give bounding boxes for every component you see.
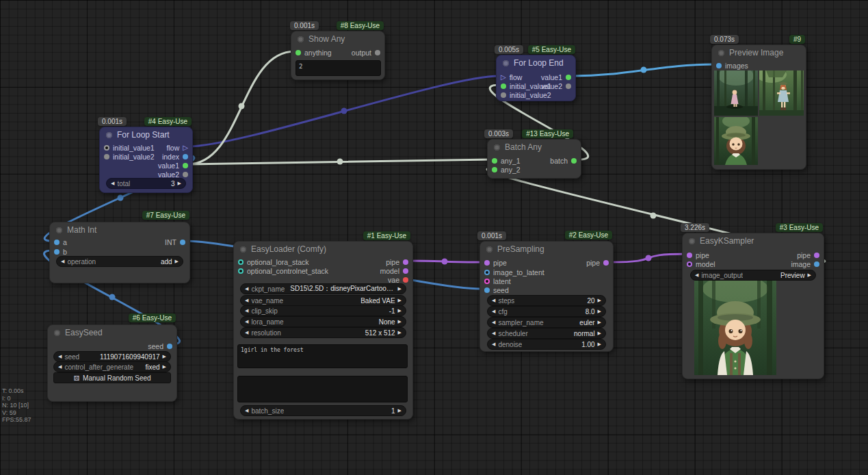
node-easy-loader[interactable]: EasyLoader (Comfy) optional_lora_stack o… — [233, 241, 413, 420]
node-preview-image[interactable]: Preview Image images — [711, 44, 806, 170]
decrement-arrow-icon[interactable]: ◀ — [695, 272, 698, 278]
decrement-arrow-icon[interactable]: ◀ — [492, 298, 495, 303]
widget-seed[interactable]: ◀ seed 1119071609940917 ▶ — [53, 351, 171, 362]
node-header[interactable]: Batch Any — [488, 140, 581, 155]
widget-resolution[interactable]: ◀ resolution 512 x 512 ▶ — [240, 327, 406, 338]
widget-lora-name[interactable]: ◀ lora_name None ▶ — [240, 316, 406, 327]
node-math-int[interactable]: Math Int a b INT ◀ operation add ▶ — [49, 222, 190, 283]
widget-cfg[interactable]: ◀ cfg 8.0 ▶ — [487, 306, 606, 317]
decrement-arrow-icon[interactable]: ◀ — [245, 298, 248, 303]
port-value1-dot[interactable] — [566, 75, 571, 80]
port-value2-dot[interactable] — [183, 172, 188, 177]
increment-arrow-icon[interactable]: ▶ — [598, 309, 601, 314]
collapse-dot-icon[interactable] — [503, 60, 509, 66]
widget-clip-skip[interactable]: ◀ clip_skip -1 ▶ — [240, 305, 406, 316]
increment-arrow-icon[interactable]: ▶ — [398, 330, 402, 335]
port-initial-value2-dot[interactable] — [501, 92, 506, 98]
decrement-arrow-icon[interactable]: ◀ — [492, 342, 495, 347]
collapse-dot-icon[interactable] — [56, 227, 62, 233]
port-batch-dot[interactable] — [571, 158, 577, 164]
port-flow-arrow-icon[interactable]: ▷ — [501, 74, 506, 81]
node-header[interactable]: EasyKSampler — [683, 233, 824, 248]
port-value2-dot[interactable] — [566, 84, 571, 89]
node-easy-seed[interactable]: EasySeed seed ◀ seed 1119071609940917 ▶ … — [47, 324, 177, 402]
collapse-dot-icon[interactable] — [486, 246, 492, 253]
increment-arrow-icon[interactable]: ▶ — [163, 364, 166, 370]
node-batch-any[interactable]: Batch Any any_1 any_2 batch — [487, 139, 581, 179]
decrement-arrow-icon[interactable]: ◀ — [492, 309, 495, 314]
node-header[interactable]: EasySeed — [48, 325, 176, 340]
node-header[interactable]: Preview Image — [712, 45, 806, 60]
increment-arrow-icon[interactable]: ▶ — [598, 331, 601, 336]
decrement-arrow-icon[interactable]: ◀ — [492, 320, 495, 325]
node-show-any[interactable]: Show Any anything output 2 — [291, 31, 385, 80]
collapse-dot-icon[interactable] — [494, 144, 500, 151]
port-index-dot[interactable] — [183, 154, 188, 159]
widget-sampler-name[interactable]: ◀ sampler_name euler ▶ — [487, 317, 606, 328]
collapse-dot-icon[interactable] — [54, 330, 60, 336]
widget-control-after-generate[interactable]: ◀ control_after_generate fixed ▶ — [53, 361, 171, 372]
port-optional-lora-stack-dot[interactable] — [238, 259, 244, 265]
port-any1-dot[interactable] — [492, 158, 497, 164]
increment-arrow-icon[interactable]: ▶ — [398, 319, 402, 324]
port-pipe-dot[interactable] — [403, 259, 408, 265]
port-model-dot[interactable] — [687, 261, 692, 267]
port-initial-value2-dot[interactable] — [104, 154, 109, 159]
widget-scheduler[interactable]: ◀ scheduler normal ▶ — [487, 328, 606, 339]
node-for-loop-start[interactable]: For Loop Start initial_value1 initial_va… — [99, 127, 193, 193]
port-int-dot[interactable] — [180, 240, 185, 245]
port-images-dot[interactable] — [716, 63, 722, 68]
port-anything-dot[interactable] — [295, 50, 301, 55]
port-initial-value1-dot[interactable] — [501, 84, 506, 89]
port-seed-dot[interactable] — [167, 344, 172, 349]
collapse-dot-icon[interactable] — [240, 246, 246, 253]
positive-prompt-textarea[interactable]: 1girl in the forest — [237, 344, 408, 368]
decrement-arrow-icon[interactable]: ◀ — [61, 259, 64, 264]
collapse-dot-icon[interactable] — [718, 50, 724, 56]
increment-arrow-icon[interactable]: ▶ — [808, 272, 811, 278]
widget-ckpt-name[interactable]: ◀ ckpt_name SD15\2.5D：disneyPixarCartoon… — [240, 283, 406, 294]
widget-total[interactable]: ◀ total 3 ▶ — [106, 178, 186, 189]
manual-random-seed-button[interactable]: ⚄ Manual Random Seed — [53, 372, 171, 383]
port-pipe-out-dot[interactable] — [603, 260, 609, 266]
increment-arrow-icon[interactable]: ▶ — [175, 259, 179, 264]
node-graph-canvas[interactable]: 0.001s #8 Easy-Use Show Any anything out… — [0, 0, 868, 475]
port-any2-dot[interactable] — [492, 167, 497, 172]
decrement-arrow-icon[interactable]: ◀ — [58, 354, 62, 359]
collapse-dot-icon[interactable] — [689, 238, 695, 244]
node-header[interactable]: For Loop Start — [100, 127, 192, 142]
port-initial-value1-dot[interactable] — [104, 145, 109, 151]
node-header[interactable]: PreSampling — [480, 242, 613, 257]
port-output-dot[interactable] — [375, 50, 380, 55]
widget-operation[interactable]: ◀ operation add ▶ — [56, 256, 183, 267]
port-pipe-in-dot[interactable] — [484, 260, 490, 266]
display-text-area[interactable]: 2 — [295, 60, 381, 76]
port-flow-arrow-icon[interactable]: ▷ — [183, 144, 188, 151]
port-a-dot[interactable] — [54, 240, 60, 245]
port-model-dot[interactable] — [403, 268, 408, 274]
node-header[interactable]: EasyLoader (Comfy) — [234, 242, 412, 257]
port-pipe-out-dot[interactable] — [814, 253, 819, 258]
port-vae-dot[interactable] — [403, 277, 408, 283]
widget-image-output[interactable]: ◀ image_output Preview ▶ — [690, 270, 816, 281]
increment-arrow-icon[interactable]: ▶ — [598, 342, 601, 347]
node-header[interactable]: Math Int — [50, 222, 189, 238]
increment-arrow-icon[interactable]: ▶ — [178, 181, 181, 186]
node-pre-sampling[interactable]: PreSampling pipe image_to_latent latent … — [479, 241, 614, 352]
port-pipe-in-dot[interactable] — [687, 253, 692, 258]
node-easy-ksampler[interactable]: EasyKSampler pipe model pipe image ◀ ima… — [682, 233, 824, 379]
decrement-arrow-icon[interactable]: ◀ — [245, 308, 248, 313]
node-header[interactable]: Show Any — [291, 31, 384, 47]
decrement-arrow-icon[interactable]: ◀ — [492, 331, 495, 336]
widget-vae-name[interactable]: ◀ vae_name Baked VAE ▶ — [240, 295, 406, 306]
increment-arrow-icon[interactable]: ▶ — [398, 408, 402, 413]
widget-batch-size[interactable]: ◀ batch_size 1 ▶ — [240, 405, 406, 416]
collapse-dot-icon[interactable] — [298, 36, 304, 42]
decrement-arrow-icon[interactable]: ◀ — [111, 181, 114, 186]
decrement-arrow-icon[interactable]: ◀ — [245, 319, 248, 324]
node-for-loop-end[interactable]: For Loop End ▷flow initial_value1 initia… — [496, 55, 576, 101]
widget-steps[interactable]: ◀ steps 20 ▶ — [487, 295, 606, 306]
increment-arrow-icon[interactable]: ▶ — [598, 320, 601, 325]
port-seed-in-dot[interactable] — [484, 287, 490, 293]
increment-arrow-icon[interactable]: ▶ — [398, 308, 402, 313]
